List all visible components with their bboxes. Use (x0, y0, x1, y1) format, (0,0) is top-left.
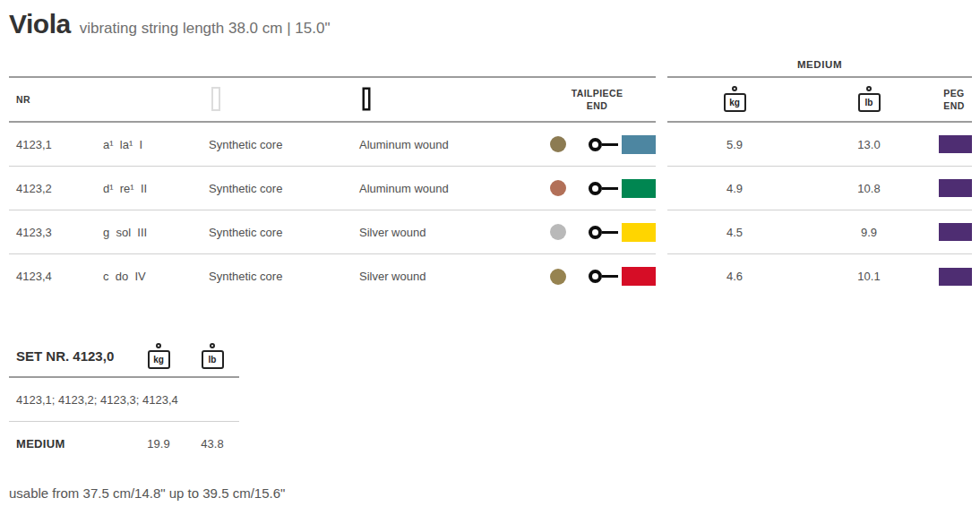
peg-color-swatch (939, 268, 972, 286)
lb-weight-icon: lb (202, 350, 224, 369)
table-row: 4123,2 d¹ re¹ II Synthetic core Aluminum… (9, 167, 656, 210)
string-color-dot (550, 224, 566, 240)
weight-hook-icon (732, 86, 737, 91)
set-lb-column-header: lb (185, 344, 239, 369)
tailpiece-cell (538, 223, 656, 242)
table-row: 5.9 13.0 (667, 123, 972, 167)
kg-weight-label: kg (148, 350, 170, 369)
note-cell: d¹ re¹ II (103, 182, 209, 195)
set-header-row: SET NR. 4123,0 kg lb (9, 336, 239, 378)
lb-weight-label: lb (202, 350, 224, 369)
set-title: SET NR. 4123,0 (9, 348, 132, 364)
left-caption-spacer (9, 52, 656, 76)
weight-hook-icon (866, 86, 872, 91)
strings-table: NR TAILPIECE END 4123,1 a¹ la¹ I Synthet… (9, 52, 972, 298)
winding-cell: Aluminum wound (359, 182, 538, 195)
peg-color-swatch (939, 223, 972, 241)
note-cell: c do IV (103, 270, 209, 283)
ball-end-icon (589, 226, 618, 239)
lb-weight-icon: lb (858, 93, 881, 112)
set-table: SET NR. 4123,0 kg lb 4123,1; 4123,2; 412… (9, 336, 239, 466)
tailpiece-color-swatch (622, 179, 656, 198)
set-contents: 4123,1; 4123,2; 4123,3; 4123,4 (9, 378, 239, 422)
tailpiece-color-swatch (622, 223, 656, 242)
set-variant-label: MEDIUM (9, 437, 132, 451)
page-header: Viola vibrating string length 38.0 cm | … (0, 0, 980, 39)
set-lb-cell: 43.8 (185, 437, 239, 451)
tailpiece-color-swatch (622, 135, 656, 154)
peg-end-header: PEG END (936, 87, 972, 112)
peg-cell (936, 179, 972, 197)
tension-group-caption: MEDIUM (667, 52, 972, 76)
note-cell: a¹ la¹ I (103, 138, 209, 151)
lb-cell: 9.9 (802, 226, 936, 239)
peg-color-swatch (939, 135, 972, 153)
table-row: 4.9 10.8 (667, 167, 972, 210)
tailpiece-end-header: TAILPIECE END (538, 87, 656, 112)
set-kg-column-header: kg (132, 344, 185, 369)
ball-end-icon (589, 138, 618, 151)
peg-cell (936, 223, 972, 241)
core-cell: Synthetic core (209, 226, 359, 239)
left-header-row: NR TAILPIECE END (9, 76, 656, 123)
set-data-row: MEDIUM 19.9 43.8 (9, 422, 239, 466)
kg-weight-icon: kg (724, 93, 746, 112)
peg-cell (936, 135, 972, 153)
kg-column-header: kg (667, 87, 802, 112)
winding-cell: Silver wound (359, 270, 538, 283)
string-color-dot (550, 269, 566, 285)
kg-cell: 4.9 (667, 182, 802, 195)
nr-column-header: NR (9, 93, 103, 106)
tailpiece-cell (538, 135, 656, 154)
peg-color-swatch (939, 179, 972, 197)
core-cell: Synthetic core (209, 270, 359, 283)
kg-cell: 5.9 (667, 138, 802, 151)
lb-cell: 13.0 (802, 138, 936, 151)
table-row: 4.5 9.9 (667, 210, 972, 254)
table-row: 4123,4 c do IV Synthetic core Silver wou… (9, 254, 656, 298)
tailpiece-color-swatch (622, 267, 656, 286)
lb-cell: 10.8 (802, 182, 936, 195)
core-cell: Synthetic core (209, 138, 359, 151)
set-kg-cell: 19.9 (132, 437, 185, 451)
kg-weight-label: kg (724, 93, 746, 112)
winding-cell: Aluminum wound (359, 138, 538, 151)
kg-cell: 4.6 (667, 270, 802, 283)
table-row: 4.6 10.1 (667, 254, 972, 298)
weight-hook-icon (156, 343, 161, 348)
tailpiece-cell (538, 267, 656, 286)
page-title: Viola (9, 9, 71, 39)
lb-cell: 10.1 (802, 270, 936, 283)
weight-hook-icon (210, 343, 215, 348)
string-color-dot (550, 180, 566, 196)
lb-weight-label: lb (858, 93, 881, 112)
nr-cell: 4123,2 (9, 182, 103, 195)
ball-end-icon (589, 270, 618, 283)
string-color-dot (550, 136, 566, 152)
kg-cell: 4.5 (667, 226, 802, 239)
nr-cell: 4123,1 (9, 138, 103, 151)
kg-weight-icon: kg (148, 350, 170, 369)
tailpiece-cell (538, 179, 656, 198)
page-subtitle: vibrating string length 38.0 cm | 15.0" (80, 20, 331, 38)
peg-cell (936, 268, 972, 286)
usable-range-note: usable from 37.5 cm/14.8" up to 39.5 cm/… (9, 485, 980, 501)
note-cell: g sol III (103, 226, 209, 239)
table-row: 4123,1 a¹ la¹ I Synthetic core Aluminum … (9, 123, 656, 167)
core-cell: Synthetic core (209, 182, 359, 195)
core-column-header (209, 91, 359, 107)
winding-cell: Silver wound (359, 226, 538, 239)
right-header-row: kg lb PEG END (667, 76, 972, 123)
tension-group-label: MEDIUM (797, 59, 842, 70)
nr-cell: 4123,4 (9, 270, 103, 283)
nr-cell: 4123,3 (9, 226, 103, 239)
lb-column-header: lb (802, 87, 936, 112)
ball-end-icon (589, 182, 618, 195)
strings-table-left: NR TAILPIECE END 4123,1 a¹ la¹ I Synthet… (9, 52, 656, 298)
strings-table-right: MEDIUM kg lb PEG END 5.9 13.0 4.9 10.8 4… (667, 52, 972, 298)
winding-column-header (359, 91, 538, 107)
table-row: 4123,3 g sol III Synthetic core Silver w… (9, 210, 656, 254)
